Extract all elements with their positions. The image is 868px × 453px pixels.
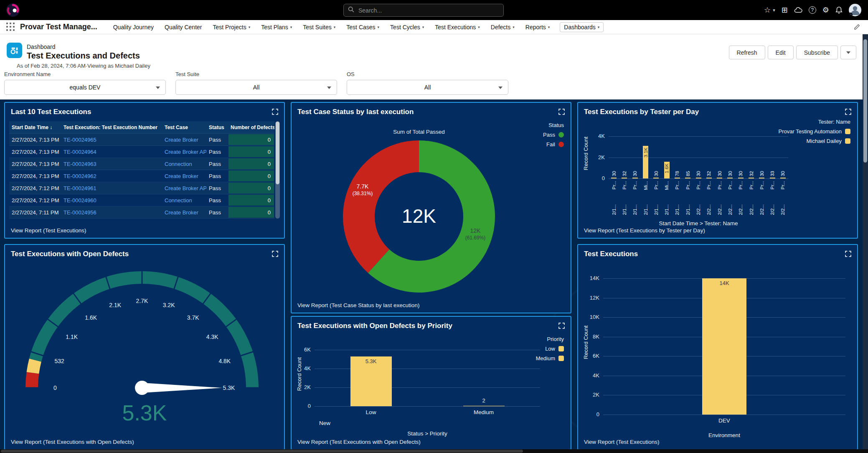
edit-button[interactable]: Edit: [768, 46, 794, 59]
nav-item-defects[interactable]: Defects▾: [490, 23, 515, 32]
nav-item-reports[interactable]: Reports▾: [525, 23, 551, 32]
view-report-link[interactable]: View Report (Test Case Status by last ex…: [297, 302, 419, 308]
nav-item-test-executions[interactable]: Test Executions▾: [434, 23, 481, 32]
expand-icon[interactable]: [845, 251, 851, 262]
apps-plus-icon[interactable]: ⊞: [782, 6, 788, 14]
execution-number-link[interactable]: TE-00024962: [61, 170, 162, 182]
test-case-link[interactable]: Create Broker API: [162, 146, 206, 158]
test-case-link[interactable]: Create Broker: [162, 170, 206, 182]
bar[interactable]: [675, 178, 680, 178]
table-row: 2/27/2024, 7:12 PMTE-00024960ConnectionP…: [9, 194, 274, 206]
bar[interactable]: [749, 178, 754, 178]
horizontal-scrollbar-thumb[interactable]: [1, 450, 523, 453]
bar[interactable]: [632, 178, 638, 178]
bar-medium[interactable]: [463, 406, 505, 406]
execution-number-link[interactable]: TE-00024960: [61, 194, 162, 206]
defect-count-cell: 0: [228, 206, 274, 219]
avatar[interactable]: [849, 4, 861, 16]
filter-os[interactable]: All: [347, 80, 508, 95]
column-header[interactable]: Start Date Time ↓: [9, 121, 61, 134]
x-tester-label: Pr...: [611, 181, 617, 189]
bar[interactable]: [706, 178, 712, 178]
view-report-link[interactable]: View Report (Test Executions): [11, 227, 86, 234]
table-cell: 2/27/2024, 7:13 PM: [9, 158, 61, 170]
expand-icon[interactable]: [272, 251, 278, 262]
filter-test-suite[interactable]: All: [175, 80, 337, 95]
bar[interactable]: [738, 178, 744, 178]
view-report-link[interactable]: View Report (Test Executions with Open D…: [297, 439, 421, 445]
global-search[interactable]: [343, 4, 504, 17]
nav-item-test-cases[interactable]: Test Cases▾: [345, 23, 380, 32]
column-header[interactable]: Status: [206, 121, 228, 134]
bar[interactable]: [685, 178, 690, 178]
expand-icon[interactable]: [558, 323, 565, 333]
bar[interactable]: [780, 178, 786, 178]
table-scrollbar-thumb[interactable]: [276, 122, 279, 184]
bar[interactable]: [770, 178, 775, 178]
test-case-link[interactable]: Create Broker API: [162, 182, 206, 194]
bar-value-label: 30: [611, 171, 617, 176]
test-case-link[interactable]: Connection: [162, 158, 206, 170]
test-case-link[interactable]: Connection: [162, 194, 206, 206]
execution-number-link[interactable]: TE-00024963: [61, 158, 162, 170]
execution-number-link[interactable]: TE-00024956: [61, 206, 162, 219]
view-report-link[interactable]: View Report (Test Executions by Tester p…: [584, 227, 705, 234]
vertical-scrollbar[interactable]: [863, 34, 868, 449]
expand-icon[interactable]: [558, 109, 565, 120]
provar-logo[interactable]: [6, 3, 20, 17]
nav-item-test-projects[interactable]: Test Projects▾: [212, 23, 251, 32]
bar[interactable]: [727, 178, 733, 178]
nav-item-dashboards[interactable]: Dashboards▾: [560, 22, 604, 32]
notifications-bell-icon[interactable]: [835, 6, 843, 14]
bar[interactable]: [759, 178, 764, 178]
bar[interactable]: [653, 178, 659, 178]
nav-item-quality-center[interactable]: Quality Center: [164, 23, 203, 32]
expand-icon[interactable]: [845, 109, 851, 120]
refresh-button[interactable]: Refresh: [729, 46, 765, 59]
column-header[interactable]: Number of Defects: [228, 121, 274, 134]
bar-dev[interactable]: [702, 278, 746, 415]
test-case-link[interactable]: Create Broker: [162, 134, 206, 146]
table-scrollbar[interactable]: [275, 121, 280, 219]
filter-environment-name[interactable]: equals DEV: [4, 80, 166, 95]
x-axis-title: Environment: [603, 432, 845, 438]
view-report-link[interactable]: View Report (Test Executions): [584, 439, 660, 445]
cloud-icon[interactable]: [794, 7, 802, 13]
nav-item-quality-journey[interactable]: Quality Journey: [112, 23, 155, 32]
app-launcher-icon[interactable]: [6, 23, 16, 32]
column-header[interactable]: Test Execution: Test Execution Number: [61, 121, 162, 134]
x-date-label: 2/2...: [749, 204, 754, 215]
nav-item-test-suites[interactable]: Test Suites▾: [302, 23, 336, 32]
x-date-label: 2/1...: [685, 204, 691, 215]
favorites-chevron-down-icon[interactable]: ▾: [773, 8, 775, 13]
horizontal-scrollbar[interactable]: [0, 449, 863, 453]
vertical-scrollbar-thumb[interactable]: [863, 39, 867, 163]
favorites-star-icon[interactable]: ☆: [764, 6, 771, 14]
search-input[interactable]: [358, 7, 499, 14]
expand-icon[interactable]: [272, 109, 278, 120]
nav-item-test-cycles[interactable]: Test Cycles▾: [389, 23, 425, 32]
bar[interactable]: [696, 178, 701, 178]
execution-number-link[interactable]: TE-00024965: [61, 134, 162, 146]
bar[interactable]: [622, 178, 627, 178]
provar-marker-icon: [845, 129, 850, 134]
nav-item-label: Test Plans: [261, 24, 288, 31]
execution-number-link[interactable]: TE-00024964: [61, 146, 162, 158]
subscribe-button[interactable]: Subscribe: [796, 46, 838, 59]
gauge-segment: [32, 373, 33, 388]
gauge-tick-label: 1.6K: [85, 314, 97, 321]
bar[interactable]: [717, 178, 722, 178]
column-header[interactable]: Test Case: [162, 121, 206, 134]
x-date-label: 2/1...: [611, 204, 617, 215]
view-report-link[interactable]: View Report (Test Executions with Open D…: [11, 439, 134, 445]
slice-pct: (38.31%): [335, 190, 390, 197]
setup-gear-icon[interactable]: ⚙: [822, 6, 829, 14]
dashboard-header: Dashboard Test Executions and Defects As…: [0, 34, 868, 69]
more-actions-button[interactable]: [840, 46, 856, 59]
bar[interactable]: [611, 178, 617, 178]
execution-number-link[interactable]: TE-00024961: [61, 182, 162, 194]
nav-item-test-plans[interactable]: Test Plans▾: [260, 23, 293, 32]
test-case-link[interactable]: Create Broker: [162, 206, 206, 219]
help-icon[interactable]: ?: [809, 6, 816, 14]
edit-pencil-icon[interactable]: [854, 23, 860, 32]
